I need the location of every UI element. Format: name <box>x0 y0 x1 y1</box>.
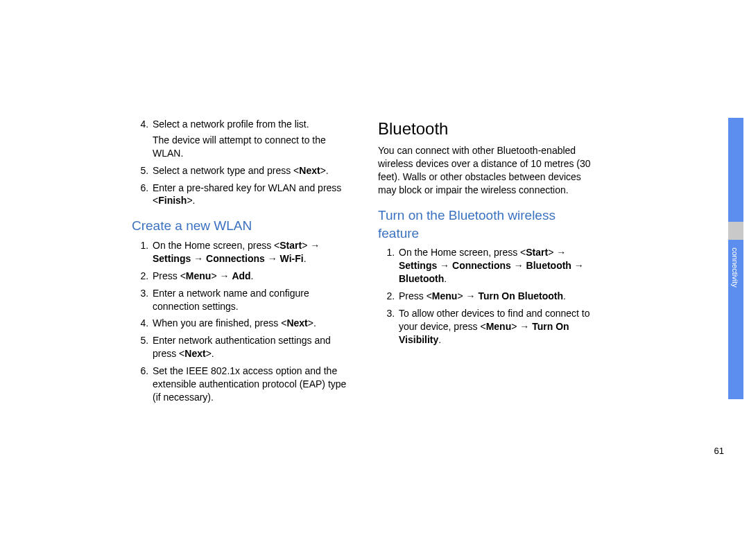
create-wlan-list: On the Home screen, press <Start> → Sett… <box>132 239 350 404</box>
list-item: Set the IEEE 802.1x access option and th… <box>151 365 350 404</box>
tab-label: connectivity <box>731 247 739 288</box>
list-item: Press <Menu> → Turn On Bluetooth. <box>397 290 596 303</box>
list-item: Select a network type and press <Next>. <box>151 164 350 177</box>
left-column: Select a network profile from the list. … <box>132 118 350 408</box>
continued-list: Select a network profile from the list. … <box>132 118 350 207</box>
bluetooth-intro: You can connect with other Bluetooth-ena… <box>378 144 596 197</box>
right-column: Bluetooth You can connect with other Blu… <box>378 118 596 408</box>
turn-on-bluetooth-heading: Turn on the Bluetooth wireless feature <box>378 207 596 242</box>
bluetooth-list: On the Home screen, press <Start> → Sett… <box>378 246 596 346</box>
page-content: Select a network profile from the list. … <box>132 118 596 408</box>
list-item: Enter network authentication settings an… <box>151 334 350 360</box>
page-number: 61 <box>714 446 724 456</box>
tab-segment-gap <box>728 222 743 240</box>
tab-segment <box>728 118 743 139</box>
tab-segment-active: connectivity <box>728 240 743 399</box>
tab-segment <box>728 139 743 222</box>
list-item: Enter a network name and configure conne… <box>151 287 350 313</box>
create-wlan-heading: Create a new WLAN <box>132 217 350 235</box>
list-item: When you are finished, press <Next>. <box>151 317 350 330</box>
list-item: Press <Menu> → Add. <box>151 270 350 283</box>
step-text: Enter a network name and configure conne… <box>153 288 309 312</box>
step-extra: The device will attempt to connect to th… <box>153 134 350 160</box>
list-item: On the Home screen, press <Start> → Sett… <box>397 246 596 286</box>
list-item: Select a network profile from the list. … <box>151 118 350 160</box>
step-text: Set the IEEE 802.1x access option and th… <box>153 365 346 403</box>
list-item: To allow other devices to find and conne… <box>397 307 596 347</box>
bluetooth-heading: Bluetooth <box>378 118 596 140</box>
side-tab: connectivity <box>728 118 743 399</box>
step-text: Select a network profile from the list. <box>153 119 309 130</box>
list-item: Enter a pre-shared key for WLAN and pres… <box>151 182 350 208</box>
list-item: On the Home screen, press <Start> → Sett… <box>151 239 350 265</box>
